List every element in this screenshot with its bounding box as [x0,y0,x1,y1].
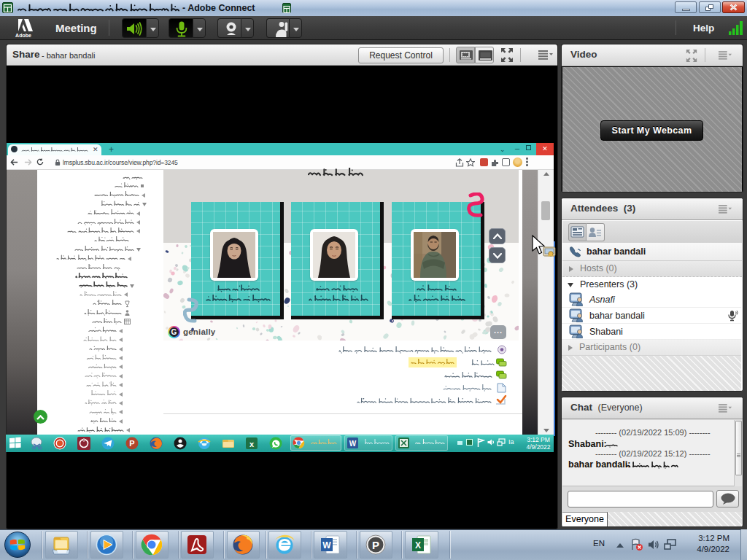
svg-text:W: W [349,440,357,448]
svg-text:P: P [129,439,134,448]
svg-text:X: X [415,540,421,551]
svg-text:W: W [322,540,331,551]
svg-text:Adobe: Adobe [15,33,31,38]
svg-text:P: P [372,539,379,551]
svg-text:x: x [249,440,255,448]
